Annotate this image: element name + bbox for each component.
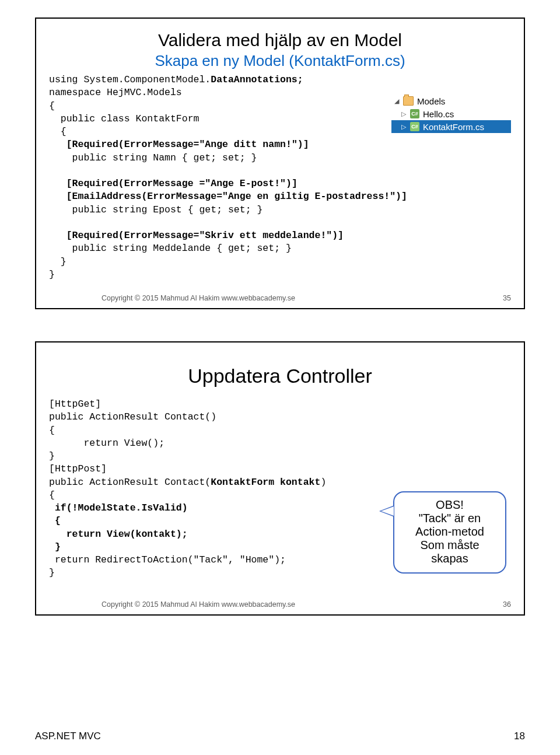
- collapse-icon[interactable]: ◢: [393, 97, 401, 105]
- expand-icon[interactable]: ▷: [400, 123, 408, 131]
- explorer-file1: Hello.cs: [422, 109, 454, 119]
- expand-icon[interactable]: ▷: [400, 110, 408, 118]
- slide1-number: 35: [503, 294, 511, 302]
- callout-l3: Action-metod: [400, 525, 499, 539]
- slide1-footer: Copyright © 2015 Mahmud Al Hakim www.web…: [49, 294, 511, 302]
- callout-l2: "Tack" är en: [400, 512, 499, 525]
- page-footer-left: ASP.NET MVC: [35, 730, 101, 742]
- explorer-file2-row[interactable]: ▷ C# KontaktForm.cs: [391, 120, 511, 133]
- slide1-title: Validera med hjälp av en Model: [49, 30, 511, 50]
- page: Validera med hjälp av en Model Skapa en …: [0, 0, 560, 755]
- page-footer-right: 18: [514, 730, 525, 742]
- slide2-title: Uppdatera Controller: [49, 365, 511, 387]
- callout-note: OBS! "Tack" är en Action-metod Som måste…: [393, 491, 506, 574]
- callout-tail-icon: [379, 505, 394, 517]
- callout-l1: OBS!: [400, 498, 499, 512]
- slide1-subtitle: Skapa en ny Model (KontaktForm.cs): [49, 52, 511, 70]
- solution-explorer: ◢ Models ▷ C# Hello.cs ▷ C# KontaktForm.…: [391, 95, 511, 133]
- page-footer: ASP.NET MVC 18: [35, 730, 525, 742]
- slide2-footer: Copyright © 2015 Mahmud Al Hakim www.web…: [49, 600, 511, 609]
- slide-2: Uppdatera Controller [HttpGet]public Act…: [35, 341, 525, 616]
- slide1-copyright: Copyright © 2015 Mahmud Al Hakim www.web…: [102, 294, 295, 302]
- explorer-file1-row[interactable]: ▷ C# Hello.cs: [391, 107, 511, 120]
- callout-l5: skapas: [400, 552, 499, 565]
- slide2-number: 36: [503, 600, 511, 609]
- callout-l4: Som måste: [400, 539, 499, 552]
- slide2-copyright: Copyright © 2015 Mahmud Al Hakim www.web…: [102, 600, 295, 609]
- slide-1: Validera med hjälp av en Model Skapa en …: [35, 18, 525, 309]
- folder-icon: [403, 96, 414, 106]
- explorer-folder-row[interactable]: ◢ Models: [391, 95, 511, 107]
- explorer-folder: Models: [416, 96, 445, 106]
- csharp-icon: C#: [410, 122, 419, 131]
- csharp-icon: C#: [410, 109, 419, 118]
- explorer-file2: KontaktForm.cs: [422, 122, 484, 132]
